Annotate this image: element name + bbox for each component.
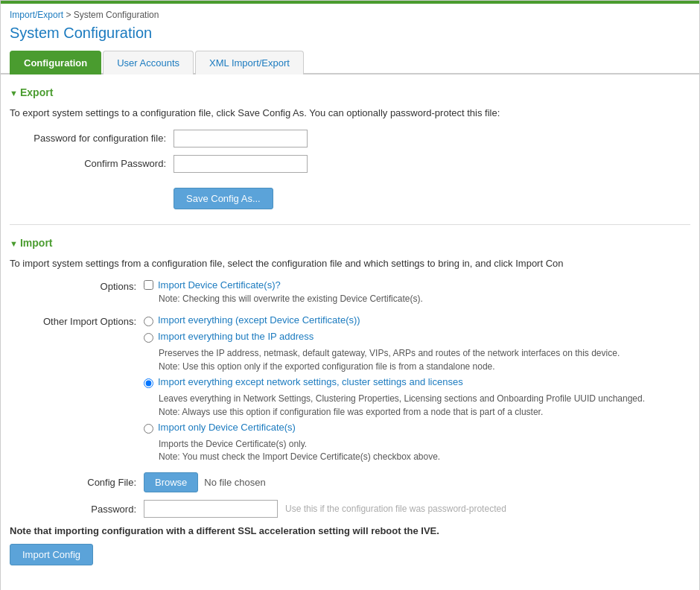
tab-configuration[interactable]: Configuration	[10, 51, 101, 74]
breadcrumb: Import/Export > System Configuration	[1, 4, 699, 23]
password-config-label: Password for configuration file:	[10, 133, 174, 144]
password-hint: Use this if the configuration file was p…	[285, 504, 506, 514]
confirm-password-label: Confirm Password:	[10, 158, 174, 169]
tab-xml-import-export[interactable]: XML Import/Export	[195, 51, 304, 74]
ssl-note: Note that importing configuration with a…	[10, 525, 690, 536]
config-file-row: Config File: Browse No file chosen	[10, 472, 690, 492]
options-row: Options: Import Device Certificate(s)? N…	[10, 279, 690, 308]
import-password-label: Password:	[10, 504, 144, 515]
import-device-cert-label[interactable]: Import Device Certificate(s)?	[158, 279, 281, 291]
breadcrumb-current: System Configuration	[74, 10, 159, 20]
radio-option-1: Import everything (except Device Certifi…	[144, 314, 690, 326]
radio-option-2: Import everything but the IP address	[144, 331, 690, 343]
import-section: Import To import system settings from a …	[10, 237, 690, 566]
tab-user-accounts[interactable]: User Accounts	[103, 51, 194, 74]
confirm-password-row: Confirm Password:	[10, 155, 690, 173]
radio-option-3: Import everything except network setting…	[144, 376, 690, 388]
browse-button[interactable]: Browse	[144, 472, 198, 492]
options-label: Options:	[10, 279, 144, 292]
save-config-button[interactable]: Save Config As...	[174, 188, 273, 209]
tabs-bar: Configuration User Accounts XML Import/E…	[1, 49, 699, 74]
other-options-label: Other Import Options:	[10, 314, 144, 327]
radio-opt3-label[interactable]: Import everything except network setting…	[158, 376, 463, 387]
password-config-input[interactable]	[174, 130, 308, 148]
radio-opt4-note: Note: You must check the Import Device C…	[159, 451, 690, 462]
radio-opt1[interactable]	[144, 317, 153, 326]
import-section-header[interactable]: Import	[10, 237, 690, 249]
config-file-label: Config File:	[10, 477, 144, 488]
section-divider	[10, 224, 690, 225]
import-device-cert-checkbox[interactable]	[144, 280, 153, 290]
import-device-cert-note: Note: Checking this will overwrite the e…	[159, 294, 690, 304]
radio-opt4[interactable]	[144, 424, 153, 434]
radio-opt2[interactable]	[144, 333, 153, 343]
page-title: System Configuration	[1, 23, 699, 49]
import-description: To import system settings from a configu…	[10, 256, 690, 271]
radio-opt4-label[interactable]: Import only Device Certificate(s)	[158, 422, 296, 433]
other-options-row: Other Import Options: Import everything …	[10, 314, 690, 466]
radio-opt2-label[interactable]: Import everything but the IP address	[158, 331, 314, 342]
radio-opt3-desc: Leaves everything in Network Settings, C…	[159, 393, 690, 405]
import-password-row: Password: Use this if the configuration …	[10, 500, 690, 518]
no-file-text: No file chosen	[204, 477, 265, 488]
import-device-cert-row: Import Device Certificate(s)?	[144, 279, 690, 291]
export-section: Export To export system settings to a co…	[10, 86, 690, 209]
radio-opt3-note: Note: Always use this option if configur…	[159, 407, 690, 417]
other-options-content: Import everything (except Device Certifi…	[144, 314, 690, 466]
breadcrumb-separator: >	[66, 10, 73, 20]
radio-opt2-note: Note: Use this option only if the export…	[159, 361, 690, 372]
radio-opt2-desc: Preserves the IP address, netmask, defau…	[159, 347, 690, 360]
page-wrapper: Import/Export > System Configuration Sys…	[0, 0, 700, 590]
import-config-button[interactable]: Import Config	[10, 544, 93, 565]
confirm-password-input[interactable]	[174, 155, 308, 173]
options-content: Import Device Certificate(s)? Note: Chec…	[144, 279, 690, 308]
breadcrumb-link[interactable]: Import/Export	[10, 10, 63, 20]
export-description: To export system settings to a configura…	[10, 106, 690, 121]
radio-opt4-desc: Imports the Device Certificate(s) only.	[159, 438, 690, 451]
radio-opt1-label[interactable]: Import everything (except Device Certifi…	[158, 314, 360, 326]
import-password-input[interactable]	[144, 500, 278, 518]
content-area: Export To export system settings to a co…	[1, 74, 699, 590]
password-config-row: Password for configuration file:	[10, 130, 690, 148]
export-section-header[interactable]: Export	[10, 86, 690, 98]
radio-opt3[interactable]	[144, 378, 153, 388]
radio-option-4: Import only Device Certificate(s)	[144, 422, 690, 434]
